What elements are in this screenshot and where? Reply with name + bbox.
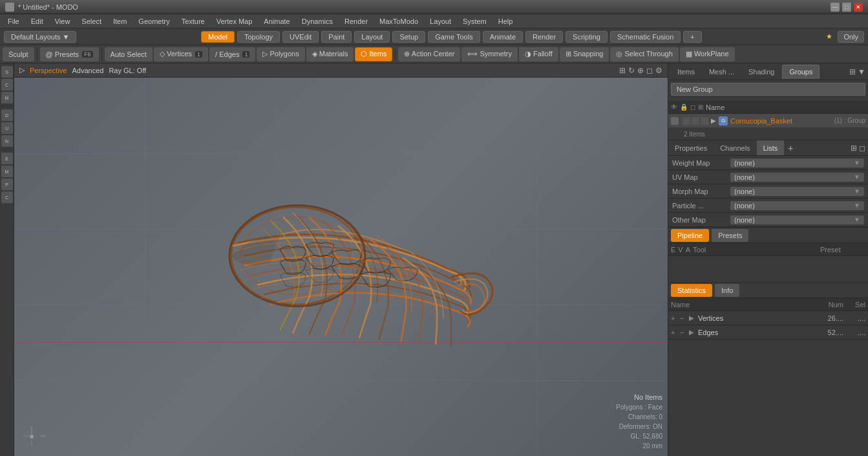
default-layouts-dropdown[interactable]: Default Layouts ▼	[4, 31, 76, 43]
layout-tab-layout[interactable]: Layout	[354, 31, 390, 43]
layout-tab-game-tools[interactable]: Game Tools	[428, 31, 480, 43]
sidebar-tool-7[interactable]: E	[1, 153, 13, 164]
menu-dynamics[interactable]: Dynamics	[297, 16, 338, 27]
particle-map-value[interactable]: (none) ▼	[730, 201, 864, 210]
layout-tab-topology[interactable]: Topology	[237, 31, 280, 43]
menu-file[interactable]: File	[3, 16, 25, 27]
layout-tab-model[interactable]: Model	[201, 31, 235, 43]
vertices-button[interactable]: ◇ Vertices 1	[154, 47, 208, 61]
polygons-button[interactable]: ▷ Polygons	[257, 47, 304, 61]
props-tab-channels[interactable]: Channels	[714, 140, 756, 155]
sculpt-button[interactable]: Sculpt	[3, 47, 34, 61]
close-button[interactable]: ✕	[854, 3, 863, 12]
layout-tab-add[interactable]: +	[683, 31, 701, 43]
stats-add-0[interactable]: +	[671, 314, 680, 322]
menu-render[interactable]: Render	[339, 16, 373, 27]
stats-expand-1[interactable]: ▶	[689, 329, 698, 336]
stats-row-vertices[interactable]: + − ▶ Vertices 26.... ....	[668, 311, 868, 325]
menu-texture[interactable]: Texture	[176, 16, 210, 27]
sidebar-tool-1[interactable]: S	[1, 66, 13, 78]
viewport-advanced-label[interactable]: Advanced	[72, 67, 103, 74]
render-icon[interactable]: ◻	[690, 103, 695, 111]
stats-minus-1[interactable]: −	[680, 329, 689, 336]
stats-add-1[interactable]: +	[671, 329, 680, 336]
other-map-value[interactable]: (none) ▼	[730, 215, 864, 224]
layout-tab-uvedit[interactable]: UVEdit	[282, 31, 319, 43]
presets-button[interactable]: @ Presets F6	[40, 47, 99, 61]
tab-shading[interactable]: Shading	[742, 65, 781, 79]
menu-system[interactable]: System	[458, 16, 492, 27]
sidebar-tool-4[interactable]: D	[1, 109, 13, 121]
title-controls[interactable]: — □ ✕	[831, 3, 863, 12]
vis-icon-2[interactable]	[692, 117, 699, 125]
panel-expand-icon[interactable]: ⊞ ▼	[849, 67, 865, 76]
action-center-button[interactable]: ⊕ Action Center	[398, 47, 460, 61]
info-button[interactable]: Info	[715, 284, 739, 297]
wire-icon[interactable]: ⊞	[698, 103, 703, 111]
layout-tab-schematic[interactable]: Schematic Fusion	[610, 31, 681, 43]
viewport-perspective-label[interactable]: Perspective	[30, 67, 67, 74]
materials-button[interactable]: ◈ Materials	[306, 47, 354, 61]
props-tab-add[interactable]: +	[784, 140, 797, 155]
sidebar-tool-8[interactable]: M	[1, 166, 13, 177]
select-through-button[interactable]: ◎ Select Through	[610, 47, 678, 61]
stats-expand-0[interactable]: ▶	[689, 314, 698, 321]
symmetry-button[interactable]: ⟺ Symmetry	[461, 47, 518, 61]
sidebar-tool-5[interactable]: U	[1, 122, 13, 134]
sidebar-tool-6[interactable]: N	[1, 135, 13, 147]
props-expand-icons[interactable]: ⊞ ◻	[851, 140, 868, 155]
weight-map-value[interactable]: (none) ▼	[730, 158, 864, 168]
props-tab-lists[interactable]: Lists	[757, 140, 785, 155]
presets-pipeline-button[interactable]: Presets	[712, 229, 748, 242]
viewport-zoom-icon[interactable]: ⊕	[637, 66, 644, 75]
item-row-cornucopia[interactable]: ▶ G Cornucopia_Basket (1) : Group	[668, 114, 868, 128]
items-button[interactable]: ⬡ Items	[355, 47, 392, 61]
sidebar-tool-3[interactable]: M	[1, 92, 13, 103]
item-expand-arrow[interactable]: ▶	[711, 117, 716, 124]
uv-map-value[interactable]: (none) ▼	[730, 173, 864, 182]
only-button[interactable]: Only	[838, 31, 864, 43]
viewport[interactable]: ▷ Perspective Advanced Ray GL: Off ⊞ ↻ ⊕…	[14, 63, 668, 456]
new-group-button[interactable]: New Group	[671, 83, 865, 96]
sidebar-tool-2[interactable]: C	[1, 79, 13, 91]
minimize-button[interactable]: —	[831, 3, 840, 12]
morph-map-value[interactable]: (none) ▼	[730, 187, 864, 196]
props-tab-properties[interactable]: Properties	[668, 140, 714, 155]
layout-tab-scripting[interactable]: Scripting	[566, 31, 608, 43]
sidebar-tool-10[interactable]: C	[1, 191, 13, 203]
falloff-button[interactable]: ◑ Falloff	[519, 47, 558, 61]
layout-tab-render[interactable]: Render	[525, 31, 563, 43]
work-plane-button[interactable]: ▦ WorkPlane	[680, 47, 735, 61]
layout-tab-animate[interactable]: Animate	[483, 31, 523, 43]
stats-row-edges[interactable]: + − ▶ Edges 52.... ....	[668, 325, 868, 340]
pipeline-button[interactable]: Pipeline	[671, 229, 709, 242]
menu-select[interactable]: Select	[76, 16, 107, 27]
menu-vertex-map[interactable]: Vertex Map	[211, 16, 258, 27]
menu-help[interactable]: Help	[493, 16, 518, 27]
vis-icon-1[interactable]	[683, 117, 690, 125]
viewport-grid-icon[interactable]: ⊞	[619, 66, 626, 75]
tab-mesh[interactable]: Mesh ...	[703, 65, 741, 79]
menu-item[interactable]: Item	[108, 16, 132, 27]
eye-icon[interactable]: 👁	[671, 103, 677, 111]
menu-view[interactable]: View	[50, 16, 76, 27]
viewport-fit-icon[interactable]: ◻	[646, 66, 653, 75]
viewport-canvas[interactable]: No Items Polygons : Face Channels: 0 Def…	[14, 78, 668, 456]
item-vis-checkbox[interactable]	[671, 117, 679, 125]
menu-animate[interactable]: Animate	[259, 16, 295, 27]
menu-layout[interactable]: Layout	[425, 16, 456, 27]
edges-button[interactable]: / Edges 1	[209, 47, 255, 61]
snapping-button[interactable]: ⊞ Snapping	[560, 47, 609, 61]
layout-tab-setup[interactable]: Setup	[392, 31, 425, 43]
menu-geometry[interactable]: Geometry	[133, 16, 175, 27]
statistics-button[interactable]: Statistics	[671, 284, 712, 297]
tab-groups[interactable]: Groups	[782, 65, 820, 79]
menu-edit[interactable]: Edit	[26, 16, 48, 27]
layout-tab-paint[interactable]: Paint	[321, 31, 352, 43]
stats-minus-0[interactable]: −	[680, 314, 689, 322]
tab-items[interactable]: Items	[671, 65, 701, 79]
vis-icon-3[interactable]	[701, 117, 708, 125]
maximize-button[interactable]: □	[842, 3, 851, 12]
lock-icon[interactable]: 🔒	[680, 103, 688, 111]
viewport-rotate-icon[interactable]: ↻	[628, 66, 635, 75]
